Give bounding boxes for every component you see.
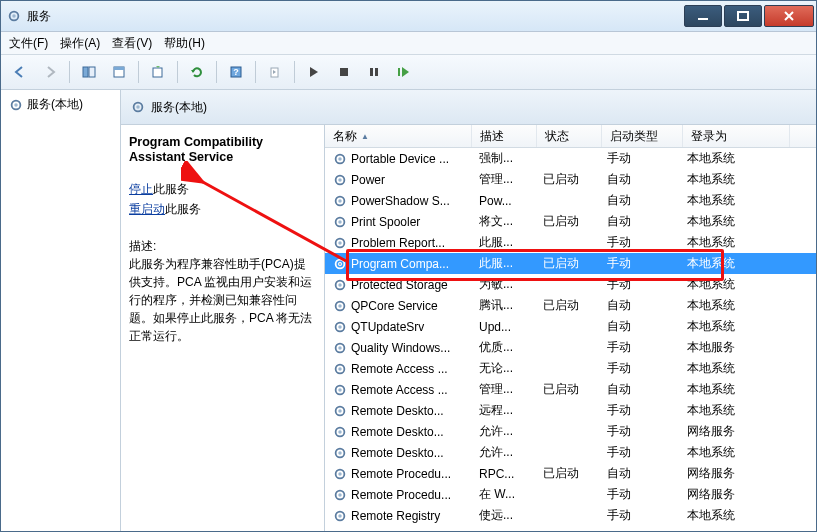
svg-point-1 <box>12 14 16 18</box>
service-start-cell: 手动 <box>599 150 679 167</box>
service-desc-cell: 优质... <box>471 339 535 356</box>
service-row[interactable]: Power管理...已启动自动本地系统 <box>325 169 816 190</box>
service-row[interactable]: Print Spooler将文...已启动自动本地系统 <box>325 211 816 232</box>
service-start-cell: 自动 <box>599 192 679 209</box>
col-desc[interactable]: 描述 <box>472 125 537 147</box>
service-start-cell: 手动 <box>599 234 679 251</box>
refresh-button[interactable] <box>184 59 210 85</box>
description-text: 此服务为程序兼容性助手(PCA)提供支持。PCA 监视由用户安装和运行的程序，并… <box>129 255 316 345</box>
svg-rect-5 <box>89 67 95 77</box>
services-window: 服务 文件(F) 操作(A) 查看(V) 帮助(H) ? <box>0 0 817 532</box>
description-label: 描述: <box>129 238 316 255</box>
service-name-cell: Remote Deskto... <box>325 446 471 460</box>
service-name-cell: Remote Registry <box>325 509 471 523</box>
service-row[interactable]: Remote Registry使远...手动本地系统 <box>325 505 816 526</box>
service-logon-cell: 本地系统 <box>679 276 785 293</box>
restart-service-button[interactable] <box>391 59 417 85</box>
service-desc-cell: 此服... <box>471 255 535 272</box>
svg-point-55 <box>338 514 342 518</box>
service-desc-cell: RPC... <box>471 467 535 481</box>
service-row[interactable]: Remote Access ...无论...手动本地系统 <box>325 358 816 379</box>
service-status-cell: 已启动 <box>535 171 599 188</box>
service-row[interactable]: Program Compa...此服...已启动手动本地系统 <box>325 253 816 274</box>
minimize-button[interactable] <box>684 5 722 27</box>
service-row[interactable]: Remote Deskto...允许...手动网络服务 <box>325 421 816 442</box>
properties-button[interactable] <box>106 59 132 85</box>
service-row[interactable]: QTUpdateSrvUpd...自动本地系统 <box>325 316 816 337</box>
column-header: 名称▲ 描述 状态 启动类型 登录为 <box>325 125 816 148</box>
start-service-button[interactable] <box>301 59 327 85</box>
help-button[interactable]: ? <box>223 59 249 85</box>
service-logon-cell: 本地系统 <box>679 360 785 377</box>
svg-text:?: ? <box>233 67 239 77</box>
service-desc-cell: 管理... <box>471 171 535 188</box>
export-button[interactable] <box>145 59 171 85</box>
svg-point-47 <box>338 430 342 434</box>
maximize-button[interactable] <box>724 5 762 27</box>
service-name-cell: Remote Access ... <box>325 362 471 376</box>
service-name-cell: Problem Report... <box>325 236 471 250</box>
svg-rect-15 <box>398 68 400 76</box>
service-row[interactable]: Remote Deskto...允许...手动本地系统 <box>325 442 816 463</box>
pause-service-button[interactable] <box>361 59 387 85</box>
service-row[interactable]: PowerShadow S...Pow...自动本地系统 <box>325 190 816 211</box>
service-start-cell: 手动 <box>599 444 679 461</box>
service-logon-cell: 本地系统 <box>679 318 785 335</box>
sort-asc-icon: ▲ <box>361 132 369 141</box>
svg-point-19 <box>136 105 140 109</box>
show-hide-tree-button[interactable] <box>76 59 102 85</box>
service-row[interactable]: Quality Windows...优质...手动本地服务 <box>325 337 816 358</box>
service-start-cell: 自动 <box>599 318 679 335</box>
services-icon <box>9 98 23 112</box>
services-icon <box>131 100 145 114</box>
service-name-cell: PowerShadow S... <box>325 194 471 208</box>
col-status[interactable]: 状态 <box>537 125 602 147</box>
service-desc-cell: 强制... <box>471 150 535 167</box>
service-logon-cell: 本地系统 <box>679 234 785 251</box>
col-start[interactable]: 启动类型 <box>602 125 683 147</box>
service-row[interactable]: Protected Storage为敏...手动本地系统 <box>325 274 816 295</box>
stop-link[interactable]: 停止 <box>129 182 153 196</box>
service-start-cell: 自动 <box>599 171 679 188</box>
service-name-cell: Portable Device ... <box>325 152 471 166</box>
menu-view[interactable]: 查看(V) <box>112 35 152 52</box>
menu-bar: 文件(F) 操作(A) 查看(V) 帮助(H) <box>1 32 816 55</box>
service-start-cell: 手动 <box>599 486 679 503</box>
svg-point-51 <box>338 472 342 476</box>
svg-point-39 <box>338 346 342 350</box>
service-row[interactable]: QPCore Service腾讯...已启动自动本地系统 <box>325 295 816 316</box>
tree-item-services-local[interactable]: 服务(本地) <box>7 94 114 115</box>
svg-point-35 <box>338 304 342 308</box>
service-logon-cell: 本地系统 <box>679 507 785 524</box>
service-start-cell: 自动 <box>599 297 679 314</box>
stop-service-button[interactable] <box>331 59 357 85</box>
service-logon-cell: 本地系统 <box>679 297 785 314</box>
col-logon[interactable]: 登录为 <box>683 125 790 147</box>
service-start-cell: 手动 <box>599 423 679 440</box>
service-row[interactable]: Remote Procedu...在 W...手动网络服务 <box>325 484 816 505</box>
menu-action[interactable]: 操作(A) <box>60 35 100 52</box>
service-name-cell: Remote Procedu... <box>325 467 471 481</box>
close-button[interactable] <box>764 5 814 27</box>
service-logon-cell: 本地系统 <box>679 444 785 461</box>
service-status-cell: 已启动 <box>535 465 599 482</box>
service-start-cell: 自动 <box>599 381 679 398</box>
titlebar[interactable]: 服务 <box>1 1 816 32</box>
service-row[interactable]: Problem Report...此服...手动本地系统 <box>325 232 816 253</box>
menu-file[interactable]: 文件(F) <box>9 35 48 52</box>
menu-help[interactable]: 帮助(H) <box>164 35 205 52</box>
service-row[interactable]: Portable Device ...强制...手动本地系统 <box>325 148 816 169</box>
service-desc-cell: 此服... <box>471 234 535 251</box>
restart-link[interactable]: 重启动 <box>129 202 165 216</box>
service-row[interactable]: Remote Deskto...远程...手动本地系统 <box>325 400 816 421</box>
extra-button[interactable] <box>262 59 288 85</box>
forward-button[interactable] <box>37 59 63 85</box>
service-start-cell: 手动 <box>599 255 679 272</box>
svg-point-27 <box>338 220 342 224</box>
col-name[interactable]: 名称▲ <box>325 125 472 147</box>
back-button[interactable] <box>7 59 33 85</box>
service-row[interactable]: Remote Procedu...RPC...已启动自动网络服务 <box>325 463 816 484</box>
detail-pane: Program Compatibility Assistant Service … <box>121 125 325 532</box>
service-row[interactable]: Remote Access ...管理...已启动自动本地系统 <box>325 379 816 400</box>
panel-title: 服务(本地) <box>151 99 207 116</box>
